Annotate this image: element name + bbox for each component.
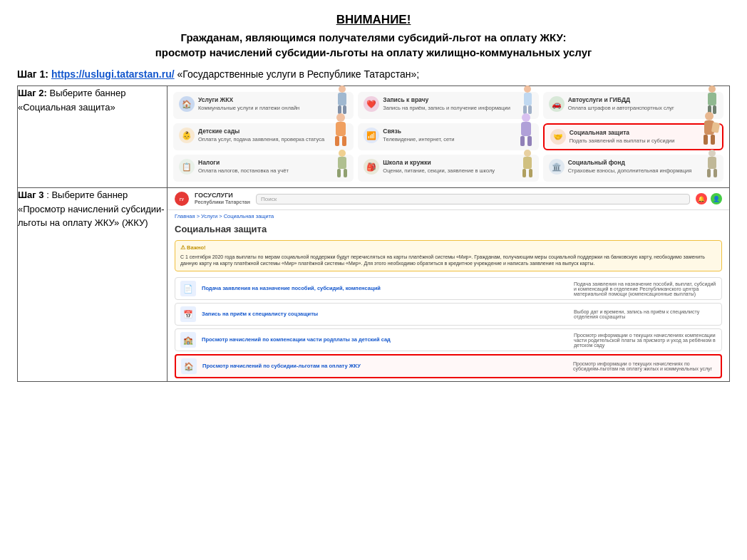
detskie-sady-icon: 👶 [179, 128, 195, 143]
service-item-kompensaciya[interactable]: 🏫 Просмотр начислений по компенсации час… [175, 328, 722, 351]
svg-rect-31 [522, 169, 526, 177]
avtouslugi-text: Автоуслуги и ГИБДД Оплата штрафов и авто… [568, 96, 718, 112]
uslugi-zhkh-desc: Коммунальные услуги и платежи онлайн [198, 105, 348, 112]
subsidiya-desc: Просмотр информации о текущих начисления… [573, 361, 716, 371]
svg-point-4 [524, 85, 531, 93]
detskie-sady-title: Детские сады [198, 128, 348, 135]
svg-rect-35 [707, 169, 711, 177]
svg-rect-9 [708, 93, 716, 105]
svg-point-29 [524, 150, 531, 157]
gosuslugi-region: Республики Татарстан [195, 199, 250, 205]
gosuslugi-logo-text: ГОСУСЛУГИ Республики Татарстан [195, 192, 250, 205]
svg-rect-15 [342, 136, 346, 146]
warning-title: ⚠ Важно! [180, 244, 716, 252]
svg-rect-5 [524, 93, 532, 105]
svg-point-25 [339, 150, 346, 157]
svg-point-20 [705, 112, 713, 120]
uslugi-zhkh-title: Услуги ЖКХ [198, 96, 348, 103]
step3-row: Шаг 3 : Выберите баннер «Просмотр начисл… [18, 188, 730, 382]
svg-rect-26 [338, 157, 346, 169]
detskie-sady-text: Детские сады Оплата услуг, подача заявле… [198, 128, 348, 143]
svg-rect-28 [344, 169, 347, 177]
step3-content: ГУ ГОСУСЛУГИ Республики Татарстан Поиск [168, 188, 729, 381]
socialnaya-zashita-text: Социальная защита Подать заявлений на вы… [570, 129, 716, 145]
grid-item-uslugi-zhkh[interactable]: 🏠 Услуги ЖКХ Коммунальные услуги и плате… [173, 92, 354, 119]
grid-item-zapis-vrachu[interactable]: ❤️ Запись к врачу Запись на приём, запис… [358, 92, 538, 119]
avtouslugi-title: Автоуслуги и ГИБДД [568, 96, 718, 103]
step1-label: Шаг 1: [17, 68, 48, 80]
shkola-title: Школа и кружки [383, 159, 532, 166]
svg-rect-13 [336, 122, 346, 136]
socialnaya-zashita-title: Социальная защита [570, 129, 716, 136]
subsidiya-name: Просмотр начислений по субсидии-льготам … [202, 363, 567, 370]
grid-item-shkola[interactable]: 🎒 Школа и кружки Оценки, питание, секции… [358, 155, 538, 182]
grid-item-socialny-fond[interactable]: 🏛️ Социальный фонд Страховые взносы, доп… [543, 155, 723, 182]
podacha-name: Подача заявления на назначение пособий, … [202, 285, 568, 292]
podacha-desc: Подача заявления на назначение пособий, … [574, 281, 716, 296]
zapis-vrachu-desc: Запись на приём, запись и получение инфо… [383, 105, 532, 112]
subsidiya-texts: Просмотр начислений по субсидии-льготам … [202, 363, 567, 370]
svg-point-16 [522, 113, 530, 122]
avtouslugi-desc: Оплата штрафов и автотранспортных слуг [568, 105, 718, 112]
zapis-texts: Запись на приём к специалисту соцзащиты [202, 311, 568, 318]
svg-point-0 [339, 85, 346, 93]
uslugi-zhkh-text: Услуги ЖКХ Коммунальные услуги и платежи… [198, 96, 348, 112]
svg-point-12 [336, 113, 345, 122]
account-icon[interactable]: 👤 [711, 193, 722, 204]
step3-page-title: Социальная защита [168, 222, 729, 237]
step3-nav-header: ГУ ГОСУСЛУГИ Республики Татарстан Поиск [168, 188, 729, 210]
nalogi-icon: 📋 [179, 159, 195, 175]
gosuslugi-grid: 🏠 Услуги ЖКХ Коммунальные услуги и плате… [168, 86, 729, 187]
shkola-text: Школа и кружки Оценки, питание, секции, … [383, 159, 532, 175]
warning-text: С 1 сентября 2020 года выплаты по мерам … [180, 254, 716, 268]
detskie-sady-desc: Оплата услуг, подача заявления, проверка… [198, 136, 348, 143]
uslugi-zhkh-icon: 🏠 [179, 96, 195, 112]
zapis-desc: Выбор дат и времени, запись на приём к с… [574, 309, 716, 319]
svyaz-text: Связь Телевидение, интернет, сети [383, 128, 532, 143]
notification-icon[interactable]: 🔔 [696, 193, 707, 204]
step2-row: Шаг 2: Выберите баннер «Социальная защит… [18, 86, 730, 188]
kompensaciya-name: Просмотр начислений по компенсации части… [202, 336, 568, 343]
svg-rect-1 [338, 93, 346, 105]
zapis-icon: 📅 [180, 306, 196, 322]
grid-item-avtouslugi[interactable]: 🚗 Автоуслуги и ГИБДД Оплата штрафов и ав… [543, 92, 723, 119]
main-subtitle: Гражданам, являющимся получателями субси… [17, 30, 730, 60]
step3-label: Шаг 3 : Выберите баннер «Просмотр начисл… [18, 188, 168, 382]
svg-rect-30 [523, 157, 532, 169]
breadcrumb: Главная > Услуги > Социальная защита [168, 210, 729, 222]
shkola-desc: Оценки, питание, секции, заявление в шко… [383, 167, 532, 175]
socialnaya-zashita-desc: Подать заявлений на выплаты и субсидии [570, 138, 716, 145]
svg-point-8 [709, 85, 716, 93]
podacha-icon: 📄 [180, 281, 196, 296]
grid-item-nalogi[interactable]: 📋 Налоги Оплата налогов, постановка на у… [173, 155, 354, 182]
kompensaciya-texts: Просмотр начислений по компенсации части… [202, 336, 568, 343]
svyaz-desc: Телевидение, интернет, сети [383, 136, 532, 143]
search-bar[interactable]: Поиск [256, 194, 690, 204]
svg-rect-27 [337, 169, 341, 177]
nalogi-desc: Оплата налогов, постановка на учёт [198, 167, 348, 175]
shkola-icon: 🎒 [364, 159, 379, 175]
avtouslugi-icon: 🚗 [549, 96, 565, 112]
step3-bold-label: Шаг 3 [18, 190, 44, 200]
socialnaya-zashita-icon: 🤝 [550, 129, 566, 145]
grid-item-svyaz[interactable]: 📶 Связь Телевидение, интернет, сети [358, 123, 538, 150]
grid-item-detskie-sady[interactable]: 👶 Детские сады Оплата услуг, подача заяв… [173, 123, 354, 150]
svg-rect-17 [521, 122, 531, 136]
zapis-vrachu-title: Запись к врачу [383, 96, 532, 103]
step3-screenshot: ГУ ГОСУСЛУГИ Республики Татарстан Поиск [168, 188, 730, 382]
gosuslugi-logo-circle: ГУ [175, 192, 189, 206]
zapis-name: Запись на приём к специалисту соцзащиты [202, 311, 568, 318]
step1-link[interactable]: https://uslugi.tatarstan.ru/ [51, 68, 175, 80]
service-list: 📄 Подача заявления на назначение пособий… [168, 274, 729, 381]
svg-rect-19 [527, 136, 532, 146]
step2-screenshot: 🏠 Услуги ЖКХ Коммунальные услуги и плате… [168, 86, 730, 188]
step2-label: Шаг 2: Выберите баннер «Социальная защит… [18, 86, 168, 188]
step1-desc: «Государственные услуги в Республике Тат… [177, 68, 420, 80]
grid-item-socialnaya-zashita[interactable]: 🤝 Социальная защита Подать заявлений на … [543, 123, 723, 150]
service-item-zapis[interactable]: 📅 Запись на приём к специалисту соцзащит… [175, 303, 722, 326]
main-title: ВНИМАНИЕ! [17, 13, 730, 27]
service-item-subsidiya[interactable]: 🏠 Просмотр начислений по субсидии-льгота… [175, 354, 722, 378]
service-item-podacha[interactable]: 📄 Подача заявления на назначение пособий… [175, 277, 722, 300]
podacha-texts: Подача заявления на назначение пособий, … [202, 285, 568, 292]
steps-table: Шаг 2: Выберите баннер «Социальная защит… [17, 85, 730, 382]
